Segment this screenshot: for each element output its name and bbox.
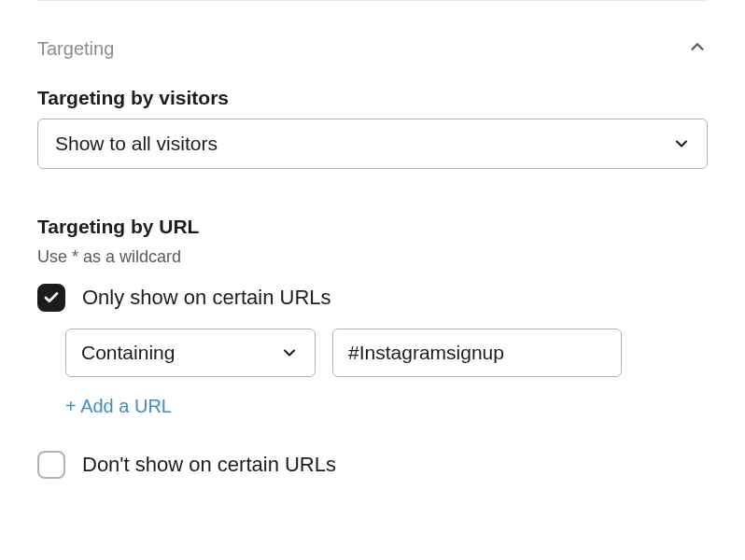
url-value-input[interactable] (332, 329, 622, 377)
section-title: Targeting (37, 38, 114, 60)
url-rule-row: Containing (65, 329, 708, 377)
section-header[interactable]: Targeting (37, 0, 708, 87)
visitors-select[interactable]: Show to all visitors (37, 119, 708, 169)
targeting-by-url-group: Targeting by URL Use * as a wildcard Onl… (37, 216, 708, 479)
only-show-checkbox[interactable] (37, 284, 65, 312)
url-label: Targeting by URL (37, 216, 708, 238)
dont-show-label[interactable]: Don't show on certain URLs (82, 453, 336, 477)
visitors-label: Targeting by visitors (37, 87, 708, 109)
url-hint: Use * as a wildcard (37, 247, 708, 267)
match-select[interactable]: Containing (65, 329, 316, 377)
dont-show-checkbox[interactable] (37, 451, 65, 479)
match-select-wrapper: Containing (65, 329, 316, 377)
only-show-label[interactable]: Only show on certain URLs (82, 286, 331, 310)
add-url-link[interactable]: + Add a URL (65, 396, 172, 417)
visitors-select-wrapper: Show to all visitors (37, 119, 708, 169)
targeting-by-visitors-group: Targeting by visitors Show to all visito… (37, 87, 708, 169)
only-show-row: Only show on certain URLs (37, 284, 708, 312)
chevron-up-icon (687, 36, 708, 61)
dont-show-row: Don't show on certain URLs (37, 451, 708, 479)
